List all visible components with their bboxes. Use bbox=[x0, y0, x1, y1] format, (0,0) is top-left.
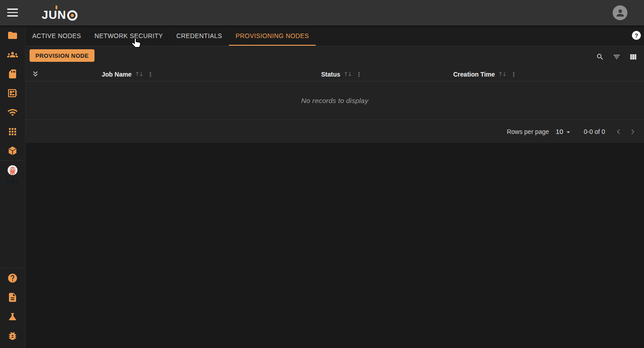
sim-card-icon bbox=[7, 69, 18, 79]
filter-icon bbox=[613, 53, 621, 61]
sidebar-item-folders[interactable] bbox=[0, 26, 25, 45]
sort-icon[interactable]: ↑↓ bbox=[135, 71, 143, 77]
filter-button[interactable] bbox=[613, 53, 621, 61]
cube-icon bbox=[7, 146, 18, 156]
column-header-job-name[interactable]: Job Name ↑↓ ⋮ bbox=[102, 67, 154, 81]
empty-message: No records to display bbox=[301, 97, 369, 105]
tab-network-security[interactable]: NETWORK SECURITY bbox=[88, 26, 170, 46]
column-menu-icon[interactable]: ⋮ bbox=[147, 71, 154, 78]
tab-credentials[interactable]: CREDENTIALS bbox=[170, 26, 229, 46]
sidebar-item-help[interactable] bbox=[0, 268, 25, 288]
tab-bar: ACTIVE NODES NETWORK SECURITY CREDENTIAL… bbox=[26, 26, 644, 46]
science-icon bbox=[7, 311, 18, 322]
sidebar-item-devices[interactable] bbox=[0, 83, 25, 103]
sidebar-item-packages[interactable] bbox=[0, 141, 25, 160]
chevron-right-icon bbox=[628, 127, 638, 137]
columns-icon bbox=[629, 53, 637, 61]
user-avatar-button[interactable] bbox=[613, 5, 627, 20]
double-chevron-down-icon bbox=[31, 69, 40, 78]
table-paper: PROVISION NODE bbox=[26, 46, 644, 143]
hamburger-menu-button[interactable] bbox=[7, 9, 18, 17]
sidebar: argo bbox=[0, 26, 26, 348]
app-root: { "colors": { "accent": "#EF9B4E", "appb… bbox=[0, 0, 644, 348]
table-toolbar: PROVISION NODE bbox=[26, 46, 644, 67]
pagination-range: 0-0 of 0 bbox=[584, 128, 605, 135]
tab-provisioning-nodes[interactable]: PROVISIONING NODES bbox=[229, 26, 316, 46]
app-bar: JU N bbox=[0, 0, 644, 26]
column-label: Status bbox=[321, 71, 340, 78]
sidebar-item-sim-cards[interactable] bbox=[0, 64, 25, 83]
argo-logo-icon bbox=[6, 165, 19, 179]
column-menu-icon[interactable]: ⋮ bbox=[511, 71, 517, 78]
sidebar-item-apps[interactable] bbox=[0, 122, 25, 141]
search-button[interactable] bbox=[596, 53, 604, 61]
sidebar-item-network[interactable] bbox=[0, 103, 25, 122]
apps-icon bbox=[7, 126, 18, 137]
toolbar-icon-group bbox=[596, 46, 637, 67]
main-content: ACTIVE NODES NETWORK SECURITY CREDENTIAL… bbox=[26, 26, 644, 348]
sidebar-item-argo[interactable]: argo bbox=[0, 161, 25, 186]
person-icon bbox=[615, 8, 626, 18]
hamburger-icon bbox=[7, 9, 18, 10]
rows-per-page-label: Rows per page bbox=[507, 128, 549, 135]
tab-active-nodes[interactable]: ACTIVE NODES bbox=[26, 26, 88, 46]
sidebar-item-bug-report[interactable] bbox=[0, 326, 25, 345]
sort-icon[interactable]: ↑↓ bbox=[343, 71, 352, 77]
previous-page-button[interactable] bbox=[613, 126, 624, 137]
argo-label: argo bbox=[6, 179, 19, 184]
table-header: Job Name ↑↓ ⋮ Status ↑↓ ⋮ Creation Time … bbox=[26, 67, 644, 81]
developer-board-icon bbox=[7, 88, 18, 99]
bug-icon bbox=[7, 331, 18, 341]
column-label: Job Name bbox=[102, 71, 132, 78]
column-menu-icon[interactable]: ⋮ bbox=[356, 71, 362, 78]
pagination-bar: Rows per page 10 0-0 of 0 bbox=[26, 120, 644, 143]
table-empty-state: No records to display bbox=[26, 81, 644, 120]
help-icon bbox=[7, 273, 18, 284]
chevron-down-icon bbox=[564, 128, 572, 136]
sidebar-item-groups[interactable] bbox=[0, 45, 25, 64]
groups-icon bbox=[7, 49, 18, 60]
sidebar-item-docs[interactable] bbox=[0, 288, 25, 307]
logo-tick-accent bbox=[56, 5, 57, 9]
column-header-status[interactable]: Status ↑↓ ⋮ bbox=[321, 67, 362, 81]
chevron-left-icon bbox=[614, 127, 623, 137]
column-header-creation-time[interactable]: Creation Time ↑↓ ⋮ bbox=[453, 67, 517, 81]
logo-o-dot bbox=[71, 14, 74, 17]
logo-text: N bbox=[57, 9, 66, 21]
logo-o-ring bbox=[67, 10, 77, 21]
sort-icon[interactable]: ↑↓ bbox=[498, 71, 506, 77]
rows-per-page-select[interactable]: 10 bbox=[556, 127, 572, 136]
logo-text: JU bbox=[42, 9, 57, 21]
sidebar-item-labs[interactable] bbox=[0, 307, 25, 326]
sidebar-bottom-group bbox=[0, 268, 25, 348]
search-icon bbox=[596, 53, 604, 61]
juno-logo: JU N bbox=[42, 5, 77, 21]
column-label: Creation Time bbox=[453, 71, 495, 78]
next-page-button[interactable] bbox=[627, 126, 638, 137]
document-icon bbox=[7, 292, 18, 303]
help-button[interactable]: ? bbox=[632, 31, 641, 40]
columns-button[interactable] bbox=[629, 53, 637, 61]
rows-per-page-value: 10 bbox=[556, 128, 563, 135]
app-shell: argo ACTIVE NODES NETWORK SECURITY CREDE… bbox=[0, 26, 644, 348]
expand-all-button[interactable] bbox=[31, 69, 40, 80]
provision-node-button[interactable]: PROVISION NODE bbox=[30, 49, 94, 62]
folder-icon bbox=[7, 30, 18, 41]
wifi-icon bbox=[7, 107, 18, 118]
